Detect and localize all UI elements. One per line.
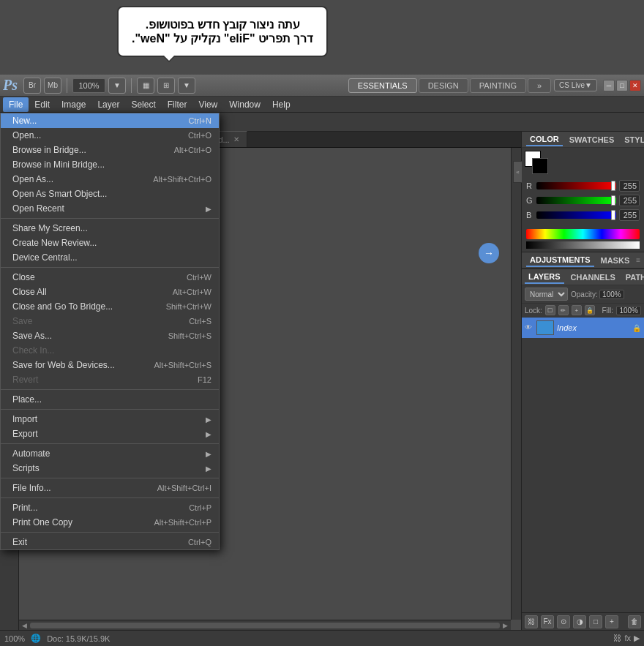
color-spectrum[interactable]: [526, 229, 640, 239]
tooltip-line1: עתה ניצור קובץ חדש בפוטושופ.: [132, 18, 313, 31]
menu-item-scripts[interactable]: Scripts▶: [1, 461, 219, 476]
lock-position-btn[interactable]: +: [572, 305, 582, 315]
styles-tab[interactable]: STYLES: [621, 134, 644, 146]
opacity-label: Opacity:: [571, 290, 598, 298]
status-icon-3[interactable]: ▶: [634, 634, 640, 643]
mini-bridge-icon[interactable]: Mb: [44, 78, 61, 94]
menu-item-open-as-[interactable]: Open As...Alt+Shift+Ctrl+O: [1, 172, 219, 187]
color-swatches: [522, 148, 644, 177]
menu-item-import[interactable]: Import▶: [1, 412, 219, 427]
menu-item-open-[interactable]: Open...Ctrl+O: [1, 128, 219, 143]
opacity-value[interactable]: 100%: [599, 290, 624, 299]
menu-item-save-as-[interactable]: Save As...Shift+Ctrl+S: [1, 328, 219, 343]
g-slider[interactable]: [536, 197, 616, 204]
menu-item-automate[interactable]: Automate▶: [1, 446, 219, 461]
maximize-button[interactable]: □: [616, 80, 628, 91]
new-adj-layer-btn[interactable]: ◑: [573, 615, 586, 628]
scroll-horizontal[interactable]: ◀ ▶: [19, 620, 511, 630]
menu-item-device-central-[interactable]: Device Central...: [1, 250, 219, 265]
menu-view[interactable]: View: [192, 97, 223, 112]
menu-layer[interactable]: Layer: [91, 97, 125, 112]
scroll-arrow-right[interactable]: ▶: [503, 622, 508, 629]
menu-image[interactable]: Image: [56, 97, 91, 112]
tab-expand[interactable]: »: [528, 78, 551, 93]
panel-collapse-btn[interactable]: «: [513, 161, 522, 183]
zoom-input[interactable]: [72, 78, 105, 93]
masks-tab[interactable]: MASKS: [597, 255, 634, 266]
menu-item-close-all[interactable]: Close AllAlt+Ctrl+W: [1, 285, 219, 299]
g-value[interactable]: 255: [619, 195, 640, 206]
submenu-arrow-icon: ▶: [206, 450, 211, 458]
layer-row-index[interactable]: 👁 Index 🔒: [522, 318, 644, 338]
blue-slider-row: B 255: [526, 209, 640, 221]
scroll-thumb[interactable]: [30, 623, 500, 628]
scroll-arrow-left[interactable]: ◀: [22, 622, 27, 629]
menu-file[interactable]: File: [3, 97, 29, 112]
menu-item-share-my-screen-[interactable]: Share My Screen...: [1, 221, 219, 236]
cs-live-button[interactable]: CS Live▼: [554, 79, 597, 91]
b-slider[interactable]: [536, 211, 616, 219]
menu-item-create-new-review-[interactable]: Create New Review...: [1, 236, 219, 250]
blend-mode-select[interactable]: Normal: [525, 288, 568, 301]
tab-painting[interactable]: PAINTING: [470, 78, 526, 93]
layer-visibility-icon[interactable]: 👁: [525, 323, 533, 332]
lock-transparent-btn[interactable]: ☐: [545, 305, 555, 315]
menu-item-print-one-copy[interactable]: Print One CopyAlt+Shift+Ctrl+P: [1, 515, 219, 530]
r-slider[interactable]: [536, 182, 616, 189]
b-value[interactable]: 255: [619, 209, 640, 221]
menu-item-label: Save for Web & Devices...: [12, 360, 154, 370]
menu-item-file-info-[interactable]: File Info...Alt+Shift+Ctrl+I: [1, 481, 219, 495]
menu-item-print-[interactable]: Print...Ctrl+P: [1, 500, 219, 515]
add-style-btn[interactable]: Fx: [541, 615, 554, 628]
r-value[interactable]: 255: [619, 180, 640, 192]
menu-edit[interactable]: Edit: [29, 97, 56, 112]
status-icon-2[interactable]: fx: [624, 634, 631, 643]
zoom-dropdown-icon[interactable]: ▼: [108, 78, 126, 94]
menu-item-save-for-web-devices-[interactable]: Save for Web & Devices...Alt+Shift+Ctrl+…: [1, 358, 219, 372]
new-group-btn[interactable]: □: [589, 615, 602, 628]
arrow-button[interactable]: →: [479, 243, 499, 263]
menu-item-exit[interactable]: ExitCtrl+Q: [1, 535, 219, 549]
lock-image-btn[interactable]: ✏: [558, 305, 569, 315]
bridge-icon[interactable]: Br: [23, 78, 41, 94]
menu-item-close[interactable]: CloseCtrl+W: [1, 270, 219, 285]
menu-item-open-recent[interactable]: Open Recent▶: [1, 201, 219, 216]
add-mask-btn[interactable]: ⊙: [557, 615, 570, 628]
delete-layer-btn[interactable]: 🗑: [628, 615, 641, 628]
menu-item-export[interactable]: Export▶: [1, 427, 219, 441]
status-icon-1[interactable]: ⛓: [613, 634, 621, 643]
tab-design[interactable]: DESIGN: [419, 78, 468, 93]
menu-item-new-[interactable]: New...Ctrl+N: [1, 113, 219, 128]
menu-item-browse-in-mini-bridge-[interactable]: Browse in Mini Bridge...: [1, 157, 219, 172]
scroll-vertical[interactable]: [511, 148, 521, 620]
menu-help[interactable]: Help: [266, 97, 296, 112]
adj-panel-menu[interactable]: ≡: [636, 256, 640, 264]
status-zoom[interactable]: 100%: [4, 634, 25, 643]
layers-tab[interactable]: LAYERS: [525, 271, 564, 284]
menu-item-open-as-smart-object-[interactable]: Open As Smart Object...: [1, 187, 219, 201]
paths-tab[interactable]: PATHS: [622, 271, 644, 283]
arrange-dropdown-icon[interactable]: ▼: [178, 78, 195, 94]
arrange-icon[interactable]: ⊞: [157, 78, 175, 94]
view-icon[interactable]: ▦: [137, 78, 154, 94]
swatches-tab[interactable]: SWATCHES: [566, 134, 618, 146]
adjustments-tab[interactable]: ADJUSTMENTS: [526, 254, 594, 267]
doc-tab-1-close[interactable]: ✕: [233, 135, 239, 143]
menu-filter[interactable]: Filter: [162, 97, 193, 112]
menu-window[interactable]: Window: [223, 97, 266, 112]
new-layer-btn[interactable]: +: [605, 615, 618, 628]
fill-value[interactable]: 100%: [616, 306, 641, 315]
menu-item-close-and-go-to-bridge-[interactable]: Close and Go To Bridge...Shift+Ctrl+W: [1, 299, 219, 314]
color-tab[interactable]: COLOR: [526, 133, 563, 146]
menu-item-browse-in-bridge-[interactable]: Browse in Bridge...Alt+Ctrl+O: [1, 143, 219, 157]
menu-select[interactable]: Select: [125, 97, 161, 112]
bg-color[interactable]: [532, 158, 548, 174]
link-layers-btn[interactable]: ⛓: [525, 615, 538, 628]
menu-item-place-[interactable]: Place...: [1, 392, 219, 407]
minimize-button[interactable]: ─: [603, 80, 615, 91]
submenu-arrow-icon: ▶: [206, 205, 211, 213]
channels-tab[interactable]: CHANNELS: [567, 271, 619, 283]
close-button[interactable]: ✕: [629, 80, 641, 91]
lock-all-btn[interactable]: 🔒: [585, 305, 595, 315]
tab-essentials[interactable]: ESSENTIALS: [348, 78, 417, 93]
